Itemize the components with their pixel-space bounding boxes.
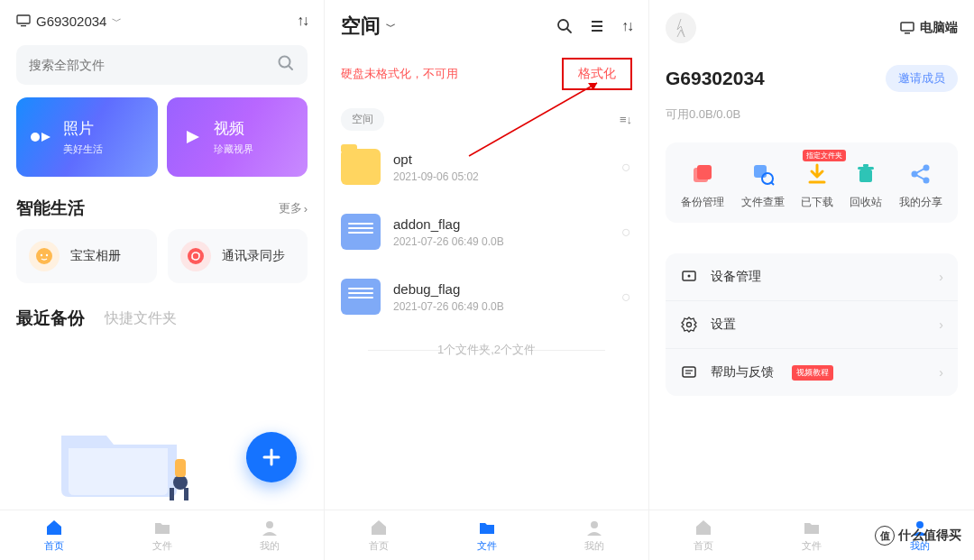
pc-client-link[interactable]: 电脑端 bbox=[900, 20, 958, 36]
svg-rect-15 bbox=[170, 488, 174, 500]
item-menu-icon[interactable]: ○ bbox=[621, 223, 632, 242]
tab-recent-backup[interactable]: 最近备份 bbox=[16, 307, 85, 330]
item-menu-icon[interactable]: ○ bbox=[621, 158, 632, 177]
videos-card[interactable]: 视频 珍藏视界 bbox=[167, 97, 308, 177]
document-icon bbox=[341, 279, 381, 315]
transfer-icon[interactable]: ↑↓ bbox=[621, 18, 632, 34]
nav-home[interactable]: 首页 bbox=[649, 510, 758, 560]
chevron-right-icon: › bbox=[304, 202, 308, 216]
smart-life-title: 智能生活 bbox=[16, 197, 85, 220]
file-name: opt bbox=[393, 151, 609, 167]
folder-icon bbox=[477, 518, 497, 537]
svg-marker-5 bbox=[41, 133, 51, 142]
svg-point-47 bbox=[687, 323, 692, 327]
nav-files[interactable]: 文件 bbox=[758, 510, 866, 560]
avatar[interactable] bbox=[666, 13, 696, 43]
svg-point-19 bbox=[266, 521, 273, 528]
photos-card[interactable]: 照片 美好生活 bbox=[16, 97, 158, 177]
svg-rect-36 bbox=[859, 170, 872, 182]
home-icon bbox=[369, 518, 389, 537]
home-icon bbox=[44, 518, 64, 537]
svg-line-42 bbox=[916, 169, 924, 173]
breadcrumb[interactable]: 空间 bbox=[341, 108, 384, 131]
svg-rect-14 bbox=[175, 459, 186, 477]
search-icon bbox=[277, 54, 295, 77]
menu-label: 设备管理 bbox=[711, 269, 761, 285]
plus-icon bbox=[261, 446, 282, 468]
tool-share[interactable]: 我的分享 bbox=[899, 161, 942, 210]
svg-point-13 bbox=[173, 475, 188, 490]
svg-point-39 bbox=[911, 171, 917, 178]
list-item[interactable]: opt2021-09-06 05:02 ○ bbox=[341, 134, 632, 199]
invite-button[interactable]: 邀请成员 bbox=[886, 65, 958, 92]
storage-usage: 可用0.0B/0.0B bbox=[649, 101, 974, 135]
space-title[interactable]: 空间﹀ bbox=[341, 13, 396, 40]
svg-marker-46 bbox=[682, 317, 696, 332]
search-input-wrap[interactable] bbox=[16, 45, 308, 85]
menu-settings[interactable]: 设置 › bbox=[666, 300, 958, 348]
tool-backup[interactable]: 备份管理 bbox=[681, 161, 724, 210]
device-selector[interactable]: G69302034 ﹀ bbox=[16, 14, 122, 29]
search-input[interactable] bbox=[29, 58, 277, 72]
tool-grid: 备份管理 文件查重 指定文件夹 已下载 回收站 我的分享 bbox=[666, 142, 958, 223]
svg-point-41 bbox=[923, 178, 929, 184]
baby-album-tile[interactable]: 宝宝相册 bbox=[16, 229, 157, 283]
list-item[interactable]: addon_flag2021-07-26 06:49 0.0B ○ bbox=[341, 199, 632, 264]
file-meta: 2021-07-26 06:49 0.0B bbox=[393, 235, 609, 248]
svg-rect-37 bbox=[858, 167, 874, 170]
tool-trash[interactable]: 回收站 bbox=[850, 161, 882, 210]
list-summary: 1个文件夹,2个文件 bbox=[341, 329, 632, 371]
share-icon bbox=[907, 161, 934, 188]
svg-rect-16 bbox=[184, 488, 188, 500]
nav-files[interactable]: 文件 bbox=[108, 510, 216, 560]
gear-icon bbox=[680, 316, 698, 334]
contacts-sync-tile[interactable]: 通讯录同步 bbox=[168, 229, 308, 283]
menu-badge: 视频教程 bbox=[792, 365, 833, 381]
menu-icon[interactable] bbox=[589, 18, 605, 34]
more-link[interactable]: 更多› bbox=[279, 200, 308, 216]
avatar-icon bbox=[672, 17, 690, 39]
menu-help[interactable]: 帮助与反馈 视频教程 › bbox=[666, 348, 958, 396]
svg-rect-28 bbox=[901, 23, 914, 31]
menu-device-manage[interactable]: 设备管理 › bbox=[666, 253, 958, 300]
add-button[interactable] bbox=[246, 432, 297, 482]
svg-point-4 bbox=[31, 133, 40, 142]
chevron-right-icon: › bbox=[939, 365, 943, 380]
tile-label: 通讯录同步 bbox=[222, 248, 285, 264]
nav-mine[interactable]: 我的 bbox=[540, 510, 648, 560]
sort-icon[interactable]: ≡↓ bbox=[620, 113, 632, 126]
trash-icon bbox=[852, 161, 879, 188]
svg-point-7 bbox=[36, 248, 52, 264]
play-icon bbox=[179, 127, 205, 147]
device-icon bbox=[680, 268, 698, 286]
file-name: addon_flag bbox=[393, 216, 609, 232]
chevron-right-icon: › bbox=[939, 270, 943, 284]
tool-duplicate[interactable]: 文件查重 bbox=[741, 161, 785, 210]
list-item[interactable]: debug_flag2021-07-26 06:49 0.0B ○ bbox=[341, 264, 632, 329]
backup-icon bbox=[689, 161, 716, 188]
tool-label: 我的分享 bbox=[899, 195, 942, 210]
format-button[interactable]: 格式化 bbox=[562, 58, 632, 90]
svg-line-21 bbox=[567, 29, 571, 32]
card-title: 视频 bbox=[214, 118, 253, 139]
download-icon bbox=[804, 161, 831, 188]
nav-home[interactable]: 首页 bbox=[325, 510, 433, 560]
nav-files[interactable]: 文件 bbox=[433, 510, 541, 560]
photos-icon bbox=[29, 127, 54, 147]
svg-point-9 bbox=[46, 254, 48, 256]
svg-rect-29 bbox=[905, 32, 910, 34]
folder-icon bbox=[152, 518, 172, 537]
search-icon[interactable] bbox=[556, 18, 573, 34]
item-menu-icon[interactable]: ○ bbox=[621, 288, 632, 307]
tool-label: 回收站 bbox=[850, 195, 882, 210]
file-meta: 2021-09-06 05:02 bbox=[393, 170, 609, 183]
baby-icon bbox=[29, 241, 60, 271]
svg-rect-1 bbox=[21, 25, 26, 26]
svg-rect-48 bbox=[683, 367, 695, 377]
nav-home[interactable]: 首页 bbox=[0, 510, 108, 560]
transfer-icon[interactable]: ↑↓ bbox=[297, 13, 308, 29]
nav-mine[interactable]: 我的 bbox=[216, 510, 324, 560]
tab-quick-folders[interactable]: 快捷文件夹 bbox=[105, 309, 177, 328]
user-icon bbox=[584, 518, 604, 537]
tool-downloaded[interactable]: 指定文件夹 已下载 bbox=[801, 161, 833, 210]
